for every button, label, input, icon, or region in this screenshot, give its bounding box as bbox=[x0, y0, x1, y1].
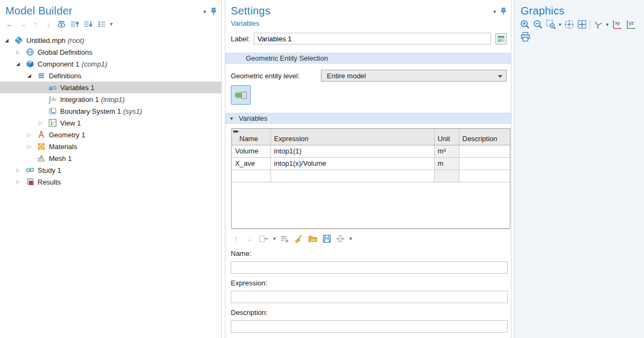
view-menu-caret-icon[interactable] bbox=[606, 22, 609, 27]
view-icon bbox=[47, 119, 58, 127]
move-to-table-icon[interactable] bbox=[259, 234, 268, 244]
expression-field-label: Expression: bbox=[231, 279, 511, 287]
collapse-all-icon[interactable] bbox=[70, 19, 79, 29]
section-collapse-icon[interactable] bbox=[230, 115, 239, 121]
graphics-panel: Graphics xy yz bbox=[514, 0, 644, 338]
load-file-folder-icon[interactable] bbox=[308, 234, 318, 244]
default-3d-view-icon[interactable] bbox=[593, 20, 603, 30]
cell-unit[interactable]: m bbox=[434, 157, 459, 170]
col-unit: Unit bbox=[438, 135, 450, 143]
tree-item-geometry-1[interactable]: Geometry 1 bbox=[0, 129, 221, 141]
name-input[interactable] bbox=[231, 261, 508, 274]
name-field-label: Name: bbox=[231, 249, 511, 258]
row-move-down-icon[interactable]: ↓ bbox=[245, 234, 254, 244]
tree-item-definitions[interactable]: Definitions bbox=[0, 70, 221, 82]
component-cube-icon bbox=[25, 60, 35, 68]
sweep-broom-icon[interactable] bbox=[294, 234, 303, 244]
tree-item-view-1[interactable]: View 1 bbox=[0, 117, 221, 129]
materials-icon bbox=[36, 142, 47, 151]
integration-icon: ∫du bbox=[47, 95, 58, 104]
col-description: Description bbox=[463, 135, 497, 143]
zoom-out-icon[interactable] bbox=[533, 20, 543, 30]
cell-name[interactable]: X_ave bbox=[232, 157, 270, 170]
cell-description[interactable] bbox=[459, 157, 510, 170]
column-settings-caret-icon[interactable] bbox=[349, 236, 352, 241]
show-label-note-button[interactable] bbox=[495, 33, 507, 45]
cell-description[interactable] bbox=[459, 170, 510, 182]
tree-item-mesh-1[interactable]: Mesh 1 bbox=[0, 152, 221, 164]
table-row bbox=[232, 170, 510, 182]
study-icon bbox=[25, 166, 35, 174]
cell-expression[interactable]: intop1(x)/Volume bbox=[270, 157, 434, 170]
image-snapshot-icon[interactable] bbox=[577, 20, 587, 30]
tree-item-materials[interactable]: Materials bbox=[0, 141, 221, 152]
boundary-system-icon bbox=[47, 107, 58, 115]
collapsed-icon[interactable] bbox=[16, 167, 25, 173]
column-settings-icon[interactable] bbox=[336, 234, 345, 244]
expanded-icon[interactable] bbox=[27, 73, 36, 78]
geometric-entity-section-header[interactable]: Geometric Entity Selection bbox=[225, 53, 511, 64]
toolbar-overflow-caret-icon[interactable] bbox=[110, 21, 113, 27]
zoom-box-caret-icon[interactable] bbox=[559, 22, 561, 27]
cell-expression[interactable]: intop1(1) bbox=[270, 145, 434, 157]
cell-unit[interactable]: m³ bbox=[434, 145, 459, 157]
expanded-icon[interactable] bbox=[16, 61, 25, 67]
zoom-box-icon[interactable] bbox=[546, 20, 556, 30]
tree-item-global-definitions[interactable]: Global Definitions bbox=[0, 46, 221, 58]
expression-input[interactable] bbox=[231, 291, 508, 303]
collapsed-icon[interactable] bbox=[27, 144, 36, 149]
go-to-xy-view-icon[interactable]: xy bbox=[611, 20, 623, 30]
variables-section-header[interactable]: Variables bbox=[225, 113, 511, 124]
pin-icon[interactable] bbox=[210, 8, 217, 16]
move-to-table-corner-icon[interactable]: ▶▶ bbox=[233, 129, 238, 134]
collapsed-icon[interactable] bbox=[27, 132, 36, 137]
panel-menu-caret-icon[interactable] bbox=[493, 9, 496, 14]
row-move-up-icon[interactable]: ↑ bbox=[232, 234, 240, 244]
results-icon bbox=[25, 178, 35, 186]
tree-item-boundary-system-1[interactable]: Boundary System 1 (sys1) bbox=[0, 105, 221, 117]
col-expression: Expression bbox=[274, 135, 309, 143]
mesh-icon bbox=[36, 154, 47, 163]
cell-unit[interactable] bbox=[434, 170, 459, 182]
geometric-entity-section-title: Geometric Entity Selection bbox=[246, 54, 328, 62]
cell-expression[interactable] bbox=[270, 170, 434, 182]
tree-item-integration-1[interactable]: ∫du Integration 1 (intop1) bbox=[0, 93, 221, 105]
geometric-entity-level-dropdown[interactable]: Entire model bbox=[321, 70, 507, 82]
definitions-icon bbox=[36, 71, 47, 80]
move-down-icon[interactable]: ↓ bbox=[44, 19, 53, 29]
clear-table-icon[interactable] bbox=[281, 234, 289, 244]
settings-subtitle: Variables bbox=[231, 19, 511, 27]
tree-item-component-1[interactable]: Component 1 (comp1) bbox=[0, 58, 221, 70]
tree-item-study-1[interactable]: Study 1 bbox=[0, 164, 221, 176]
description-input[interactable] bbox=[231, 320, 508, 333]
show-icon[interactable] bbox=[57, 19, 66, 29]
model-builder-toolbar: ← → ↑ ↓ bbox=[0, 17, 221, 31]
tree-item-root[interactable]: Untitled.mph (root) bbox=[0, 34, 221, 46]
collapsed-icon[interactable] bbox=[16, 179, 25, 185]
tree-item-variables-1[interactable]: a= Variables 1 bbox=[0, 82, 221, 93]
collapsed-icon[interactable] bbox=[39, 120, 47, 126]
expanded-icon[interactable] bbox=[5, 38, 13, 43]
cell-description[interactable] bbox=[459, 145, 510, 157]
zoom-in-icon[interactable] bbox=[520, 20, 530, 30]
zoom-extents-icon[interactable] bbox=[564, 20, 574, 30]
save-file-icon[interactable] bbox=[323, 234, 331, 244]
print-icon[interactable] bbox=[520, 32, 531, 41]
pin-icon[interactable] bbox=[500, 8, 507, 16]
go-back-icon[interactable]: ← bbox=[5, 19, 14, 29]
tree-item-results[interactable]: Results bbox=[0, 176, 221, 188]
node-label-icon[interactable] bbox=[97, 19, 106, 29]
toolbar-separator bbox=[590, 20, 590, 30]
panel-menu-caret-icon[interactable] bbox=[203, 9, 206, 14]
active-selection-toggle-button[interactable] bbox=[231, 85, 251, 105]
move-to-table-caret-icon[interactable] bbox=[273, 236, 276, 241]
cell-name[interactable]: Volume bbox=[232, 145, 270, 157]
go-forward-icon[interactable]: → bbox=[18, 19, 27, 29]
cell-name[interactable] bbox=[232, 170, 270, 182]
label-input[interactable] bbox=[254, 33, 491, 45]
expand-all-icon[interactable] bbox=[84, 19, 93, 29]
go-to-yz-view-icon[interactable]: yz bbox=[625, 20, 636, 30]
geometric-entity-level-label: Geometric entity level: bbox=[231, 72, 321, 80]
move-up-icon[interactable]: ↑ bbox=[31, 19, 40, 29]
collapsed-icon[interactable] bbox=[16, 49, 25, 55]
